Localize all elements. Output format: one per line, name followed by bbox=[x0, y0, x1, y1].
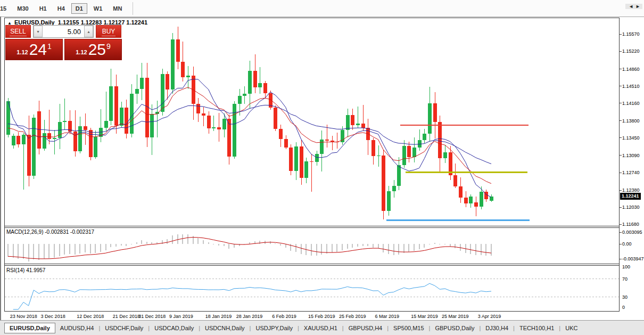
candle[interactable] bbox=[371, 140, 375, 156]
chart-tab-audusd-h4[interactable]: AUDUSD,H4 bbox=[55, 323, 99, 333]
macd-axis-label[interactable]: 0.003095 bbox=[622, 230, 642, 235]
macd-tick[interactable] bbox=[620, 259, 622, 259]
price-tick[interactable] bbox=[620, 69, 622, 69]
rsi-axis-label[interactable]: 30 bbox=[622, 295, 628, 300]
date-axis-label[interactable]: 3 Dec 2018 bbox=[41, 314, 65, 319]
date-axis-label[interactable]: 28 Jan 2019 bbox=[236, 314, 263, 319]
candle[interactable] bbox=[397, 165, 401, 186]
candle[interactable] bbox=[130, 94, 134, 133]
candle[interactable] bbox=[176, 39, 180, 61]
candle[interactable] bbox=[274, 108, 277, 129]
candle[interactable] bbox=[443, 152, 447, 158]
candle[interactable] bbox=[294, 146, 298, 171]
candle[interactable] bbox=[253, 71, 257, 87]
candle[interactable] bbox=[94, 137, 97, 157]
candle[interactable] bbox=[428, 103, 432, 134]
candle[interactable] bbox=[387, 191, 391, 211]
price-tick[interactable] bbox=[620, 173, 622, 173]
candle[interactable] bbox=[346, 115, 350, 130]
candle[interactable] bbox=[186, 76, 190, 77]
tab-scroll-right-button[interactable]: ► bbox=[635, 4, 642, 9]
chart-tab-ukc[interactable]: UKC bbox=[560, 323, 582, 333]
candle[interactable] bbox=[490, 197, 493, 201]
candle[interactable] bbox=[304, 161, 308, 178]
sell-button[interactable]: SELL bbox=[5, 25, 31, 38]
date-axis-label[interactable]: 6 Feb 2019 bbox=[272, 314, 296, 319]
candle[interactable] bbox=[453, 175, 457, 186]
price-axis-label[interactable]: 1.15220 bbox=[622, 48, 640, 54]
buy-button[interactable]: BUY bbox=[96, 25, 121, 38]
price-axis-label[interactable]: 1.12030 bbox=[622, 205, 640, 210]
date-axis-label[interactable]: 21 Dec 2018 bbox=[113, 314, 140, 319]
buy-quote-box[interactable]: 1.12 25 9 bbox=[64, 39, 122, 60]
timeframe-button-d1[interactable]: D1 bbox=[71, 3, 87, 14]
candle[interactable] bbox=[120, 108, 123, 126]
price-axis-label[interactable]: 1.12380 bbox=[622, 187, 640, 193]
chart-tab-usdcad-daily[interactable]: USDCAD,Daily bbox=[150, 323, 199, 333]
candle[interactable] bbox=[47, 133, 51, 139]
price-tick[interactable] bbox=[620, 51, 622, 52]
candle[interactable] bbox=[53, 138, 56, 139]
candle[interactable] bbox=[377, 156, 381, 156]
date-axis-label[interactable]: 15 Mar 2019 bbox=[411, 314, 438, 319]
candle[interactable] bbox=[16, 136, 20, 144]
candle[interactable] bbox=[37, 111, 41, 149]
candle[interactable] bbox=[412, 148, 416, 157]
price-axis-label[interactable]: 1.13450 bbox=[622, 135, 640, 141]
candle[interactable] bbox=[243, 94, 246, 96]
candle[interactable] bbox=[464, 198, 468, 203]
chart-tab-dj30-h4[interactable]: DJ30,H4 bbox=[481, 323, 513, 333]
price-axis-label[interactable]: 1.15570 bbox=[622, 31, 640, 37]
chart-tab-usdjpy-daily[interactable]: USDJPY,Daily bbox=[251, 323, 298, 333]
candle[interactable] bbox=[459, 186, 463, 198]
candle[interactable] bbox=[84, 126, 87, 130]
date-axis-label[interactable]: 9 Jan 2019 bbox=[169, 314, 193, 319]
candle[interactable] bbox=[135, 89, 139, 94]
candle[interactable] bbox=[181, 62, 185, 77]
date-axis-label[interactable]: 25 Feb 2019 bbox=[339, 314, 366, 319]
macd-tick[interactable] bbox=[620, 244, 622, 244]
candle[interactable] bbox=[382, 156, 385, 211]
candle[interactable] bbox=[63, 121, 67, 122]
price-axis-label[interactable]: 1.14510 bbox=[622, 84, 640, 89]
timeframe-button-mn[interactable]: MN bbox=[109, 3, 126, 14]
candle[interactable] bbox=[32, 118, 36, 176]
candle[interactable] bbox=[263, 83, 267, 93]
chart-tab-gbpusd-daily[interactable]: GBPUSD,Daily bbox=[430, 323, 479, 333]
candle[interactable] bbox=[238, 96, 242, 104]
date-axis-label[interactable]: 23 Nov 2018 bbox=[10, 314, 37, 319]
price-tick[interactable] bbox=[620, 190, 622, 191]
price-axis[interactable]: 1.155701.152201.148601.145101.141601.138… bbox=[620, 17, 644, 312]
date-axis-label[interactable]: 3 Apr 2019 bbox=[478, 314, 501, 319]
price-axis-label[interactable]: 1.13800 bbox=[622, 118, 640, 124]
candle[interactable] bbox=[438, 122, 442, 159]
candle[interactable] bbox=[402, 146, 406, 165]
rsi-axis-label[interactable]: 0 bbox=[622, 305, 625, 310]
candle[interactable] bbox=[469, 197, 473, 203]
candle[interactable] bbox=[222, 119, 226, 129]
timeframe-button-15[interactable]: 15 bbox=[0, 3, 11, 14]
candle[interactable] bbox=[289, 148, 293, 171]
sell-quote-box[interactable]: 1.12 24 1 bbox=[5, 39, 63, 60]
timeframe-button-w1[interactable]: W1 bbox=[89, 3, 107, 14]
candle[interactable] bbox=[161, 74, 164, 112]
candle[interactable] bbox=[217, 127, 221, 130]
volume-increase-button[interactable]: ▴ bbox=[84, 26, 93, 37]
price-tick[interactable] bbox=[620, 137, 622, 138]
candle[interactable] bbox=[320, 140, 324, 154]
chart-tab-eurusd-daily[interactable]: EURUSD,Daily bbox=[4, 323, 55, 333]
candle[interactable] bbox=[258, 83, 262, 87]
candle[interactable] bbox=[480, 192, 483, 207]
candle[interactable] bbox=[433, 103, 437, 122]
date-axis-label[interactable]: 15 Feb 2019 bbox=[308, 314, 335, 319]
price-tick[interactable] bbox=[620, 224, 622, 225]
price-axis-label[interactable]: 1.14860 bbox=[622, 67, 640, 72]
candle[interactable] bbox=[474, 202, 478, 207]
candle[interactable] bbox=[248, 71, 252, 94]
candle[interactable] bbox=[207, 116, 211, 129]
chart-tab-xauusd-h1[interactable]: XAUUSD,H1 bbox=[299, 323, 342, 333]
toolbar-separator[interactable] bbox=[133, 2, 133, 15]
price-tick[interactable] bbox=[620, 155, 622, 156]
candle[interactable] bbox=[233, 104, 236, 157]
candle[interactable] bbox=[140, 78, 144, 89]
